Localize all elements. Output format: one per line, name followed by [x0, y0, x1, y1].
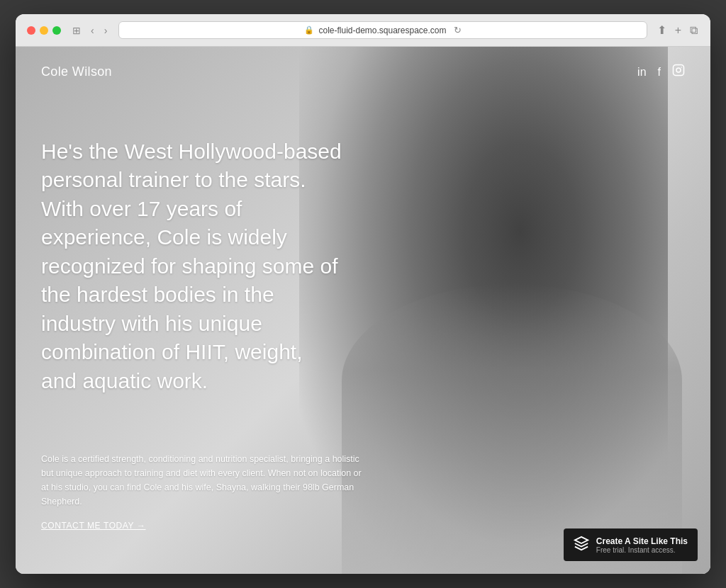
browser-controls: ⊞ ‹ › [69, 23, 110, 38]
site-content: Cole Wilson in f He's the West Hollywood… [16, 47, 710, 574]
squarespace-badge-icon [574, 536, 589, 554]
windows-button[interactable]: ⧉ [688, 23, 699, 38]
squarespace-badge[interactable]: Create A Site Like This Free trial. Inst… [564, 528, 698, 561]
hero-description-container: Cole is a certified strength, conditioni… [41, 452, 363, 531]
lock-icon: 🔒 [304, 26, 314, 35]
contact-cta-link[interactable]: CONTACT ME TODAY → [41, 521, 146, 531]
site-navigation: Cole Wilson in f [16, 47, 710, 97]
minimize-button[interactable] [40, 26, 48, 35]
hero-headline: He's the West Hollywood-based personal t… [41, 137, 342, 396]
instagram-icon[interactable] [672, 64, 685, 80]
new-tab-button[interactable]: + [674, 23, 683, 38]
facebook-icon[interactable]: f [658, 66, 661, 79]
url-text: cole-fluid-demo.squarespace.com [318, 26, 446, 35]
window-ctrl-icon[interactable]: ⊞ [69, 23, 84, 38]
hero-text-container: He's the West Hollywood-based personal t… [41, 137, 342, 419]
browser-window: ⊞ ‹ › 🔒 cole-fluid-demo.squarespace.com … [16, 14, 710, 574]
back-button[interactable]: ‹ [88, 23, 97, 38]
address-bar[interactable]: 🔒 cole-fluid-demo.squarespace.com ↻ [118, 21, 647, 39]
badge-title: Create A Site Like This [596, 536, 688, 546]
browser-chrome: ⊞ ‹ › 🔒 cole-fluid-demo.squarespace.com … [16, 14, 710, 47]
badge-subtitle: Free trial. Instant access. [596, 546, 688, 554]
browser-actions: ⬆ + ⧉ [656, 22, 699, 38]
traffic-lights [27, 26, 61, 35]
maximize-button[interactable] [52, 26, 61, 35]
svg-point-2 [681, 67, 682, 68]
hero-description: Cole is a certified strength, conditioni… [41, 452, 363, 509]
refresh-icon[interactable]: ↻ [454, 25, 462, 35]
close-button[interactable] [27, 26, 35, 35]
squarespace-badge-text: Create A Site Like This Free trial. Inst… [596, 536, 688, 554]
site-logo[interactable]: Cole Wilson [41, 64, 112, 79]
svg-point-1 [676, 68, 681, 72]
linkedin-icon[interactable]: in [637, 66, 646, 79]
svg-rect-0 [674, 65, 684, 76]
share-button[interactable]: ⬆ [656, 22, 668, 38]
forward-button[interactable]: › [101, 23, 111, 38]
social-icons: in f [637, 64, 685, 80]
